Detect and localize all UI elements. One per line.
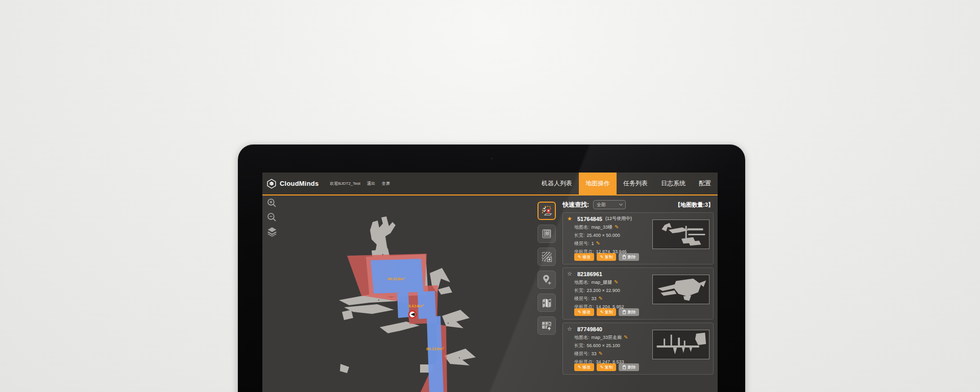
map-name-value: map_33楼: [592, 224, 613, 231]
edit-map-button[interactable]: ✎修改: [574, 308, 594, 316]
map-size-value: 25.400 × 50.000: [587, 233, 620, 238]
robot-position-marker[interactable]: [409, 311, 416, 318]
field-label-size: 长宽:: [574, 287, 585, 294]
edit-pencil-icon[interactable]: ✎: [599, 296, 603, 301]
pencil-icon: ✎: [600, 365, 604, 370]
zoom-out-button[interactable]: [266, 211, 278, 223]
delete-map-button[interactable]: 删除: [619, 363, 639, 371]
tool-map-edit-button[interactable]: [537, 293, 556, 312]
checklist-location-icon: [541, 205, 553, 217]
edit-map-button[interactable]: ✎修改: [574, 253, 594, 261]
field-label-name: 地图名:: [574, 224, 590, 231]
zoom-out-icon: [266, 212, 277, 223]
edit-pencil-icon[interactable]: ✎: [624, 335, 628, 340]
zoom-in-button[interactable]: [266, 197, 278, 209]
map-card: ☆ 87749840 地图名:map_33层走廊✎ 长宽:56.600 × 25…: [562, 323, 714, 375]
trash-icon: [622, 365, 626, 370]
tool-patrol-points-button[interactable]: [537, 202, 556, 220]
tool-measure-button[interactable]: [537, 225, 556, 243]
dropdown-selected-value: 全部: [597, 202, 620, 208]
floor-value: 33: [592, 296, 597, 301]
field-label-size: 长宽:: [574, 232, 585, 239]
field-label-size: 长宽:: [574, 342, 585, 349]
measure-ruler-icon: [541, 228, 553, 240]
field-label-floor: 楼层号:: [574, 240, 590, 247]
map-list-panel: 快速查找: 全部 【地图数量:3】 ★ 51764845 (12号使用中): [561, 195, 718, 392]
map-filter-dropdown[interactable]: 全部: [593, 200, 626, 209]
pencil-icon: ✎: [578, 365, 581, 370]
floor-value: 33: [592, 351, 597, 356]
nav-item-map-operation[interactable]: 地图操作: [579, 173, 617, 194]
webcam-dot: [491, 157, 493, 160]
nav-menu: 机器人列表 地图操作 任务列表 日志系统 配置: [535, 173, 718, 194]
favorite-star-icon[interactable]: ☆: [567, 326, 574, 332]
map-upload-icon: [541, 320, 553, 332]
map-size-value: 56.600 × 25.100: [587, 343, 620, 348]
area-label-1: 40.519m²: [387, 277, 405, 281]
nav-item-log-system[interactable]: 日志系统: [654, 173, 692, 194]
copy-map-button[interactable]: ✎复制: [597, 308, 617, 316]
map-card: ☆ 82186961 地图名:map_腿腿✎ 长宽:23.200 × 22.90…: [562, 267, 714, 320]
virtual-wall-add-icon: [541, 251, 553, 263]
area-label-2: 8.614m²: [408, 304, 424, 308]
map-zoom-tools: [266, 197, 278, 237]
map-thumbnail: [652, 275, 709, 304]
copy-map-button[interactable]: ✎复制: [597, 253, 617, 261]
pencil-icon: ✎: [578, 310, 581, 314]
logout-link[interactable]: 退出: [367, 181, 375, 186]
delete-map-button[interactable]: 删除: [619, 308, 639, 316]
map-card: ★ 51764845 (12号使用中) 地图名:map_33楼✎ 长宽:25.4…: [562, 212, 714, 264]
map-name-value: map_33层走廊: [592, 334, 622, 341]
fullscreen-link[interactable]: 全屏: [382, 181, 390, 186]
map-edit-toolbar: [537, 202, 556, 335]
field-label-name: 地图名:: [574, 279, 590, 286]
edit-pencil-icon[interactable]: ✎: [596, 241, 600, 246]
edit-pencil-icon[interactable]: ✎: [614, 280, 618, 285]
welcome-text: 欢迎BJDT2_Test: [330, 181, 360, 186]
map-status: (12号使用中): [605, 215, 632, 222]
edit-map-button[interactable]: ✎修改: [574, 363, 594, 371]
field-label-floor: 楼层号:: [574, 351, 590, 357]
pencil-icon: ✎: [600, 310, 604, 314]
brand: CloudMinds: [262, 173, 318, 194]
tool-map-upload-button[interactable]: [537, 316, 556, 335]
nav-item-robot-list[interactable]: 机器人列表: [535, 173, 579, 194]
layers-icon: [266, 226, 278, 237]
map-size-value: 23.200 × 22.900: [587, 288, 620, 293]
favorite-star-icon[interactable]: ★: [567, 215, 574, 222]
quick-find-row: 快速查找: 全部 【地图数量:3】: [562, 199, 714, 210]
pencil-icon: ✎: [600, 255, 604, 259]
map-thumbnail: [652, 330, 709, 359]
edit-pencil-icon[interactable]: ✎: [615, 225, 619, 230]
map-id: 82186961: [577, 271, 602, 277]
cloudminds-logo-icon: [266, 179, 277, 189]
top-navbar: CloudMinds 欢迎BJDT2_Test 退出 全屏 机器人列表 地图操作…: [262, 173, 718, 194]
edit-pencil-icon[interactable]: ✎: [599, 351, 603, 356]
nav-item-task-list[interactable]: 任务列表: [617, 173, 654, 194]
copy-map-button[interactable]: ✎复制: [597, 363, 617, 371]
trash-icon: [622, 310, 626, 314]
map-id: 87749840: [577, 326, 602, 332]
tool-virtual-wall-button[interactable]: [537, 248, 556, 266]
folded-map-delete-icon: [541, 297, 553, 309]
map-count-label: 【地图数量:3】: [675, 201, 714, 209]
floor-map-canvas[interactable]: 40.519m² 8.614m² 80.215m²: [262, 195, 536, 392]
quick-find-label: 快速查找:: [562, 201, 589, 209]
nav-item-config[interactable]: 配置: [692, 173, 718, 194]
layers-button[interactable]: [266, 226, 278, 237]
laptop-frame: CloudMinds 欢迎BJDT2_Test 退出 全屏 机器人列表 地图操作…: [238, 144, 745, 392]
favorite-star-icon[interactable]: ☆: [567, 271, 574, 277]
area-label-3: 80.215m²: [426, 347, 444, 351]
trash-icon: [622, 255, 626, 259]
zoom-in-icon: [266, 198, 277, 208]
map-thumbnail: [652, 219, 709, 249]
delete-map-button[interactable]: 删除: [619, 253, 639, 261]
app-screen: CloudMinds 欢迎BJDT2_Test 退出 全屏 机器人列表 地图操作…: [262, 173, 718, 392]
user-links: 欢迎BJDT2_Test 退出 全屏: [330, 173, 390, 194]
chevron-down-icon: [619, 202, 623, 206]
main-content: 40.519m² 8.614m² 80.215m²: [262, 195, 718, 392]
tool-add-point-button[interactable]: [537, 271, 556, 289]
map-id: 51764845: [577, 216, 602, 222]
map-card-list: ★ 51764845 (12号使用中) 地图名:map_33楼✎ 长宽:25.4…: [562, 212, 714, 375]
brand-name: CloudMinds: [280, 180, 318, 187]
